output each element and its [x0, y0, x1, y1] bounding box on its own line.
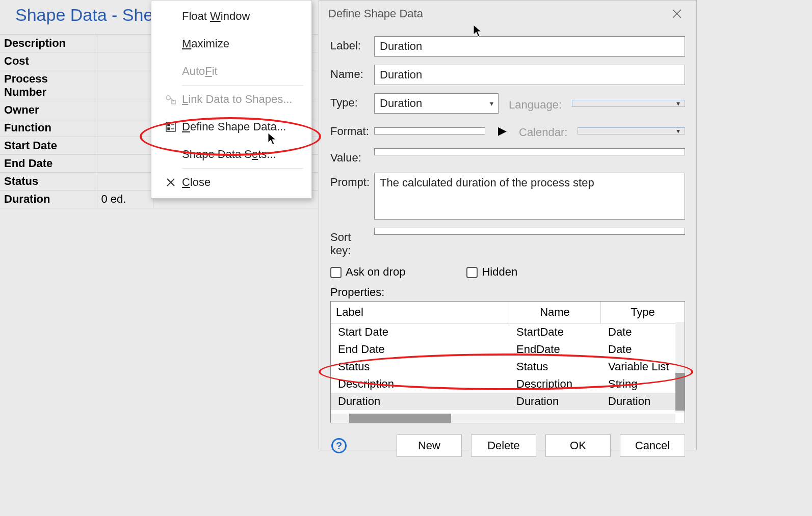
grid-header-label[interactable]: Label [331, 302, 509, 323]
close-icon [672, 9, 682, 18]
calendar-select [578, 127, 685, 134]
dialog-body: Label: Duration Name: Duration Type: Dur… [319, 27, 696, 457]
row-value[interactable] [97, 155, 153, 173]
ok-button[interactable]: OK [545, 434, 611, 457]
row-value[interactable] [97, 52, 153, 70]
label-language: Language: [509, 95, 562, 112]
dialog-titlebar[interactable]: Define Shape Data [319, 1, 696, 27]
menu-define-shape-data[interactable]: Define Shape Data... [151, 113, 311, 141]
format-input[interactable] [374, 127, 485, 134]
value-input[interactable] [374, 148, 685, 155]
vertical-scrollbar[interactable] [675, 322, 685, 413]
define-shape-data-dialog: Define Shape Data Label: Duration Name: … [319, 0, 697, 450]
row-label: Function [0, 119, 97, 137]
row-label: Duration [0, 191, 97, 208]
label-type: Type: [330, 93, 374, 110]
row-value[interactable] [97, 35, 153, 52]
grid-row[interactable]: Start DateStartDateDate [331, 323, 685, 341]
scrollbar-thumb[interactable] [675, 373, 685, 411]
label-name: Name: [330, 65, 374, 81]
sortkey-input[interactable] [374, 228, 685, 235]
format-menu-button[interactable]: ▶ [495, 122, 509, 140]
link-data-icon [160, 93, 182, 105]
dialog-close-button[interactable] [667, 4, 687, 24]
delete-button[interactable]: Delete [471, 434, 536, 457]
label-calendar: Calendar: [519, 123, 567, 139]
label-format: Format: [330, 122, 374, 138]
menu-shape-data-sets[interactable]: Shape Data Sets... [151, 141, 311, 168]
context-menu: Float Window Maximize AutoFit Link Data … [151, 0, 312, 199]
svg-rect-3 [168, 124, 170, 126]
prompt-input[interactable]: The calculated duration of the process s… [374, 173, 685, 220]
grid-header: Label Name Type [331, 302, 685, 323]
close-icon [160, 178, 182, 187]
horizontal-scrollbar[interactable] [331, 414, 675, 423]
label-label: Label: [330, 36, 374, 52]
help-button[interactable]: ? [331, 438, 347, 453]
row-label: End Date [0, 155, 97, 173]
label-prompt: Prompt: [330, 173, 374, 189]
row-label: Start Date [0, 137, 97, 155]
menu-autofit: AutoFit [151, 58, 311, 85]
checkbox-icon [330, 267, 342, 278]
label-properties: Properties: [330, 286, 685, 299]
row-value[interactable]: 0 ed. [97, 191, 153, 208]
dialog-title: Define Shape Data [328, 7, 423, 20]
grid-row[interactable]: DescriptionDescriptionString [331, 375, 685, 393]
mouse-cursor-icon [268, 132, 277, 149]
menu-close[interactable]: Close [151, 169, 311, 196]
svg-point-0 [166, 96, 170, 100]
svg-rect-4 [168, 128, 170, 130]
row-value[interactable] [97, 137, 153, 155]
name-input[interactable]: Duration [374, 65, 685, 85]
row-value[interactable] [97, 70, 153, 101]
row-value[interactable] [97, 119, 153, 137]
define-shape-data-icon [160, 121, 182, 132]
language-select [572, 100, 685, 107]
grid-header-type[interactable]: Type [601, 302, 685, 323]
scrollbar-thumb[interactable] [349, 414, 451, 423]
label-value: Value: [330, 148, 374, 165]
mouse-cursor-icon [473, 24, 482, 41]
grid-row[interactable]: End DateEndDateDate [331, 341, 685, 358]
row-label: Process Number [0, 70, 97, 101]
dialog-button-row: ? New Delete OK Cancel [330, 434, 685, 457]
new-button[interactable]: New [397, 434, 462, 457]
menu-maximize[interactable]: Maximize [151, 30, 311, 58]
grid-header-name[interactable]: Name [509, 302, 601, 323]
menu-link-data: Link Data to Shapes... [151, 86, 311, 113]
grid-row-selected[interactable]: DurationDurationDuration [331, 393, 685, 410]
row-label: Cost [0, 52, 97, 70]
type-select[interactable]: Duration [374, 93, 499, 114]
menu-float-window[interactable]: Float Window [151, 3, 311, 30]
row-label: Owner [0, 101, 97, 119]
row-label: Status [0, 173, 97, 191]
grid-row[interactable]: StatusStatusVariable List [331, 358, 685, 375]
properties-grid[interactable]: Label Name Type Start DateStartDateDate … [330, 301, 685, 423]
label-input[interactable]: Duration [374, 36, 685, 57]
row-value[interactable] [97, 101, 153, 119]
label-sortkey: Sort key: [330, 228, 374, 257]
row-value[interactable] [97, 173, 153, 191]
ask-on-drop-checkbox[interactable]: Ask on drop [330, 265, 405, 279]
grid-body: Start DateStartDateDate End DateEndDateD… [331, 323, 685, 410]
cancel-button[interactable]: Cancel [620, 434, 685, 457]
checkbox-icon [466, 267, 478, 278]
hidden-checkbox[interactable]: Hidden [466, 265, 517, 279]
row-label: Description [0, 35, 97, 52]
